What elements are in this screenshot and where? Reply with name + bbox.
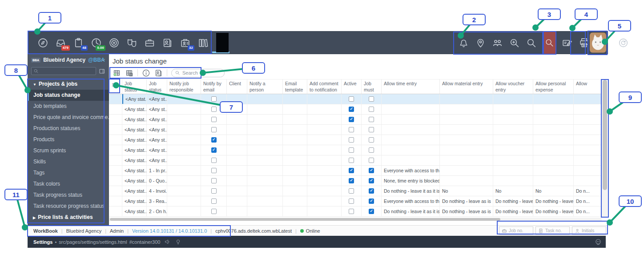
cell-active[interactable]	[342, 166, 362, 175]
jobs-icon[interactable]	[144, 37, 155, 48]
cell-notify_responsible[interactable]	[167, 196, 201, 206]
cell-allow_more[interactable]: Do n...	[574, 206, 602, 216]
cell-to[interactable]: 2 - On h...	[147, 206, 167, 216]
cell-to[interactable]: 0 - Quo...	[147, 176, 167, 186]
table-row[interactable]: <Any stat...1 - In pr...Everyone with ac…	[109, 166, 602, 176]
cell-time_entry[interactable]	[382, 94, 440, 104]
notify_email-checkbox[interactable]	[211, 127, 217, 132]
cell-notify_person[interactable]	[247, 135, 283, 145]
panel-toggle-icon[interactable]	[99, 68, 105, 75]
cell-active[interactable]	[342, 206, 362, 216]
billable-checkbox[interactable]	[369, 147, 374, 153]
cell-add_comment[interactable]	[307, 135, 342, 145]
cell-time_entry[interactable]	[382, 104, 440, 114]
column-header-client[interactable]: Client	[227, 79, 247, 94]
cell-active[interactable]	[342, 125, 362, 135]
cell-voucher_entry[interactable]	[493, 176, 533, 186]
notifications-icon[interactable]	[458, 37, 469, 48]
cell-client[interactable]	[227, 125, 247, 135]
cell-time_entry[interactable]: Everyone with access to the ...	[382, 196, 440, 206]
notify_email-checkbox[interactable]	[211, 96, 217, 102]
cell-notify_person[interactable]	[247, 196, 283, 206]
cell-allow_more[interactable]	[574, 155, 602, 165]
cell-email_template[interactable]	[283, 166, 307, 175]
cell-billable[interactable]	[362, 145, 382, 155]
sidebar-item-production-statuses[interactable]: Production statuses	[28, 123, 109, 134]
cell-voucher_entry[interactable]: Do nothing - leave as is	[493, 206, 533, 216]
cell-billable[interactable]	[362, 94, 382, 104]
sidebar-search-input[interactable]	[31, 67, 96, 75]
table-row[interactable]: <Any stat...0 - Quo...None, time entry i…	[109, 176, 602, 186]
cell-notify_responsible[interactable]	[167, 155, 201, 165]
cell-notify_person[interactable]	[247, 115, 283, 124]
cell-billable[interactable]	[362, 186, 382, 196]
cell-menu[interactable]	[109, 155, 122, 165]
crm-icon[interactable]	[126, 37, 137, 48]
time-entry-icon[interactable]: 0.00	[91, 37, 102, 48]
cell-notify_email[interactable]	[201, 155, 227, 165]
cell-billable[interactable]	[362, 135, 382, 145]
cell-notify_person[interactable]	[247, 166, 283, 175]
cell-material_entry[interactable]	[440, 176, 493, 186]
cell-notify_person[interactable]	[247, 94, 283, 104]
cell-allow_more[interactable]	[574, 104, 602, 114]
lightbulb-icon[interactable]	[175, 238, 181, 245]
cell-menu[interactable]	[109, 186, 122, 196]
sidebar-item-scrum-sprints[interactable]: Scrum sprints	[28, 145, 109, 156]
cell-material_entry[interactable]: No	[440, 186, 493, 196]
cell-material_entry[interactable]	[440, 125, 493, 135]
billable-checkbox[interactable]	[369, 107, 374, 112]
refresh-icon[interactable]	[618, 37, 629, 48]
cell-voucher_entry[interactable]: Do nothing - leave as is	[493, 196, 533, 206]
cell-time_entry[interactable]	[382, 145, 440, 155]
cell-time_entry[interactable]: Do nothing - leave it as it is	[382, 186, 440, 196]
cell-allow_more[interactable]	[574, 115, 602, 124]
cell-from[interactable]: <Any stat...	[122, 135, 147, 145]
notify_email-checkbox[interactable]	[211, 168, 217, 173]
cell-add_comment[interactable]	[307, 206, 342, 216]
cell-notify_email[interactable]	[201, 196, 227, 206]
cell-menu[interactable]	[109, 196, 122, 206]
active-checkbox[interactable]	[349, 137, 354, 143]
cell-notify_email[interactable]	[201, 166, 227, 175]
cell-billable[interactable]	[362, 104, 382, 114]
sidebar-item-skills[interactable]: Skills	[28, 156, 109, 167]
cell-client[interactable]	[227, 206, 247, 216]
horizontal-scrollbar-thumb[interactable]	[110, 218, 500, 221]
cell-to[interactable]: <Any st...	[147, 125, 167, 135]
table-row[interactable]: <Any stat...<Any st...	[109, 94, 602, 104]
cell-email_template[interactable]	[283, 196, 307, 206]
add-row-button[interactable]	[113, 69, 121, 77]
cell-client[interactable]	[227, 115, 247, 124]
cell-notify_person[interactable]	[247, 145, 283, 155]
cell-add_comment[interactable]	[307, 196, 342, 206]
cell-personal_expense[interactable]	[533, 155, 574, 165]
active-checkbox[interactable]	[349, 178, 354, 183]
cell-notify_responsible[interactable]	[167, 94, 201, 104]
column-header-billable[interactable]: Job must be billable	[362, 79, 382, 94]
cell-billable[interactable]	[362, 115, 382, 124]
cell-add_comment[interactable]	[307, 115, 342, 124]
cell-time_entry[interactable]: Do nothing - leave it as it is	[382, 206, 440, 216]
cell-notify_email[interactable]	[201, 176, 227, 186]
vertical-scrollbar[interactable]	[602, 79, 608, 218]
billable-checkbox[interactable]	[369, 198, 374, 204]
cell-notify_email[interactable]	[201, 135, 227, 145]
cell-voucher_entry[interactable]	[493, 94, 533, 104]
active-checkbox[interactable]	[349, 127, 354, 132]
billable-checkbox[interactable]	[369, 137, 374, 143]
cell-client[interactable]	[227, 135, 247, 145]
cell-personal_expense[interactable]	[533, 135, 574, 145]
cell-client[interactable]	[227, 145, 247, 155]
sidebar-item-task-progress-status[interactable]: Task progress status	[28, 190, 109, 201]
cell-email_template[interactable]	[283, 135, 307, 145]
cell-notify_responsible[interactable]	[167, 186, 201, 196]
active-checkbox[interactable]	[349, 198, 354, 204]
cell-material_entry[interactable]	[440, 135, 493, 145]
cell-notify_email[interactable]	[201, 125, 227, 135]
cell-voucher_entry[interactable]: No	[493, 186, 533, 196]
sidebar-item-task-resource-progress-status[interactable]: Task resource progress status	[28, 201, 109, 212]
cell-to[interactable]: 3 - Rea...	[147, 196, 167, 206]
billable-checkbox[interactable]	[369, 188, 374, 194]
cell-notify_responsible[interactable]	[167, 166, 201, 175]
